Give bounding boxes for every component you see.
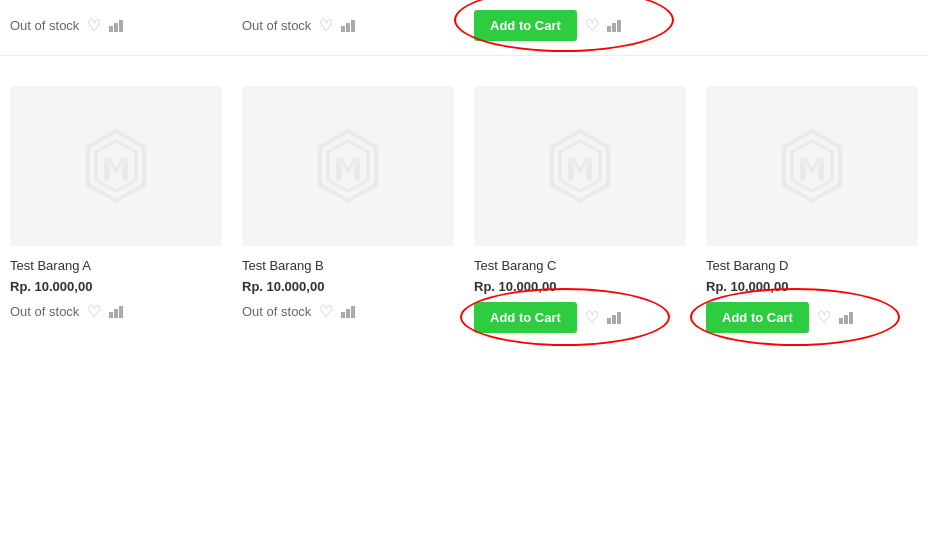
product-c-add-to-cart-button[interactable]: Add to Cart	[474, 302, 577, 333]
product-card-c: Test Barang C Rp. 10.000,00 Add to Cart …	[464, 76, 696, 343]
product-d-compare-icon[interactable]	[839, 312, 853, 324]
product-a-price: Rp. 10.000,00	[10, 279, 222, 294]
product-b-name: Test Barang B	[242, 258, 454, 273]
top-card-c-actions: Add to Cart ♡	[464, 0, 696, 55]
product-b-compare-icon[interactable]	[341, 306, 355, 318]
product-b-actions: Out of stock ♡	[242, 302, 454, 321]
product-a-out-of-stock: Out of stock	[10, 304, 79, 319]
top-row: Out of stock ♡ Out of stock ♡ Add to Car…	[0, 0, 928, 56]
top-card-d-actions	[696, 0, 928, 55]
product-c-price: Rp. 10.000,00	[474, 279, 686, 294]
product-d-name: Test Barang D	[706, 258, 918, 273]
top-b-compare-icon[interactable]	[341, 20, 355, 32]
product-d-image	[706, 86, 918, 246]
product-c-image	[474, 86, 686, 246]
product-a-wishlist-icon[interactable]: ♡	[87, 302, 101, 321]
product-b-out-of-stock: Out of stock	[242, 304, 311, 319]
top-a-wishlist-icon[interactable]: ♡	[87, 16, 101, 35]
product-card-a: Test Barang A Rp. 10.000,00 Out of stock…	[0, 76, 232, 343]
top-c-add-to-cart-button[interactable]: Add to Cart	[474, 10, 577, 41]
top-c-compare-icon[interactable]	[607, 20, 621, 32]
top-c-wishlist-icon[interactable]: ♡	[585, 16, 599, 35]
product-c-wishlist-icon[interactable]: ♡	[585, 308, 599, 327]
product-b-image	[242, 86, 454, 246]
product-a-actions: Out of stock ♡	[10, 302, 222, 321]
product-d-add-to-cart-button[interactable]: Add to Cart	[706, 302, 809, 333]
top-a-compare-icon[interactable]	[109, 20, 123, 32]
product-grid: Test Barang A Rp. 10.000,00 Out of stock…	[0, 76, 928, 343]
product-b-price: Rp. 10.000,00	[242, 279, 454, 294]
top-card-a-actions: Out of stock ♡	[0, 0, 232, 55]
product-c-actions: Add to Cart ♡	[474, 302, 686, 333]
product-a-name: Test Barang A	[10, 258, 222, 273]
product-a-compare-icon[interactable]	[109, 306, 123, 318]
magento-logo-b	[308, 126, 388, 206]
page-wrapper: Out of stock ♡ Out of stock ♡ Add to Car…	[0, 0, 928, 343]
product-card-d: Test Barang D Rp. 10.000,00 Add to Cart …	[696, 76, 928, 343]
product-b-wishlist-icon[interactable]: ♡	[319, 302, 333, 321]
top-a-out-of-stock: Out of stock	[10, 18, 79, 33]
magento-logo-d	[772, 126, 852, 206]
magento-logo-a	[76, 126, 156, 206]
spacer	[0, 56, 928, 76]
product-c-compare-icon[interactable]	[607, 312, 621, 324]
top-b-out-of-stock: Out of stock	[242, 18, 311, 33]
product-d-wishlist-icon[interactable]: ♡	[817, 308, 831, 327]
product-a-image	[10, 86, 222, 246]
top-b-wishlist-icon[interactable]: ♡	[319, 16, 333, 35]
product-c-name: Test Barang C	[474, 258, 686, 273]
top-card-b-actions: Out of stock ♡	[232, 0, 464, 55]
product-d-actions: Add to Cart ♡	[706, 302, 918, 333]
magento-logo-c	[540, 126, 620, 206]
product-card-b: Test Barang B Rp. 10.000,00 Out of stock…	[232, 76, 464, 343]
product-d-price: Rp. 10.000,00	[706, 279, 918, 294]
